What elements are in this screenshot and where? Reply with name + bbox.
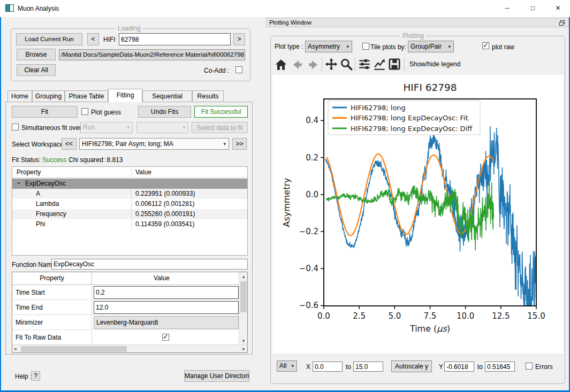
co-add-checkbox[interactable] <box>235 66 242 73</box>
file-path-field[interactable]: /Mantid Docs/SampleData-Muon2/Reference … <box>59 49 245 60</box>
plotting-window-titlebar[interactable]: Plotting Window <box>266 18 569 27</box>
select-data-to-fit-button[interactable]: Select data to fit <box>192 122 248 133</box>
tab-phase-table[interactable]: Phase Table <box>65 90 108 102</box>
scroll-up-icon[interactable]: ▴ <box>239 274 248 279</box>
home-icon[interactable] <box>274 58 288 72</box>
pan-icon[interactable] <box>324 57 338 71</box>
simultaneous-fit-checkbox[interactable] <box>12 124 19 130</box>
asymmetry-plot[interactable]: 0.02.55.07.510.012.515.00.40.20.0−0.2−0.… <box>272 75 564 353</box>
show-hide-legend-button[interactable]: Show/hide legend <box>409 60 460 68</box>
svg-text:12.5: 12.5 <box>492 311 510 321</box>
maximize-button[interactable]: □ <box>521 0 545 17</box>
zoom-icon[interactable] <box>339 57 353 71</box>
tile-plots-dropdown[interactable]: Group/Pair▾ <box>408 41 454 52</box>
customize-plot-icon[interactable] <box>373 57 386 71</box>
param-name: Phi <box>36 220 45 228</box>
autoscale-y-button[interactable]: Autoscale y <box>391 360 432 372</box>
function-name-input[interactable] <box>51 259 248 270</box>
fit-button[interactable]: Fit <box>12 106 78 118</box>
scrollbar-thumb[interactable] <box>21 346 127 352</box>
param-row[interactable]: Phi 0.114359 (0.003541) <box>12 219 247 229</box>
x-max-input[interactable] <box>353 362 383 372</box>
time-start-input[interactable] <box>94 286 239 299</box>
param-row[interactable]: Frequency 0.255260 (0.000191) <box>12 209 247 219</box>
run-number-input[interactable] <box>119 33 231 45</box>
horizontal-scrollbar[interactable]: ◂ ▸ <box>12 344 247 352</box>
close-icon: ✕ <box>555 4 560 12</box>
setting-name: Time Start <box>16 289 45 296</box>
function-group-label: ExpDecayOsc <box>25 180 66 187</box>
plot-raw-label: plot raw <box>492 43 514 51</box>
tab-results[interactable]: Results <box>192 90 224 102</box>
float-window-icon[interactable] <box>559 20 565 26</box>
back-icon[interactable] <box>290 58 304 72</box>
x-min-input[interactable] <box>313 362 343 372</box>
window-border-left <box>0 17 1 392</box>
scrollbar-thumb[interactable] <box>240 281 247 312</box>
fit-successful-button[interactable]: Fit Successful <box>194 106 248 118</box>
browse-button[interactable]: Browse <box>17 49 56 60</box>
manage-user-directories-button[interactable]: Manage User Directories <box>184 370 249 382</box>
plot-guess-checkbox[interactable] <box>81 108 88 115</box>
fit-settings-table: Property Value Time Start Time End Minim… <box>12 272 248 353</box>
figure-canvas[interactable]: 0.02.55.07.510.012.515.00.40.20.0−0.2−0.… <box>272 75 564 353</box>
plot-raw-checkbox[interactable]: ✓ <box>482 42 489 49</box>
function-group-row[interactable]: ⌄ ExpDecayOsc <box>12 179 247 189</box>
param-name: Frequency <box>36 210 66 218</box>
subplots-config-icon[interactable] <box>358 57 371 71</box>
tab-sequential-fitting[interactable]: Sequential Fitting <box>142 90 192 102</box>
next-run-button[interactable]: > <box>233 33 245 45</box>
svg-text:−0.4: −0.4 <box>299 264 318 273</box>
param-name: A <box>36 190 40 197</box>
prev-run-button[interactable]: < <box>87 33 99 45</box>
svg-text:0.0: 0.0 <box>306 190 318 199</box>
plot-select-dropdown[interactable]: All▾ <box>277 360 297 372</box>
clear-all-button[interactable]: Clear All <box>17 64 56 76</box>
scroll-down-icon[interactable]: ▾ <box>239 338 248 343</box>
forward-icon[interactable] <box>307 58 321 72</box>
chevron-down-icon[interactable]: ⌄ <box>16 178 21 186</box>
scroll-right-icon[interactable]: ▸ <box>242 346 245 351</box>
minimizer-dropdown[interactable]: Levenberg-Marquardt <box>94 316 239 329</box>
tab-fitting[interactable]: Fitting <box>108 89 142 102</box>
tab-grouping[interactable]: Grouping <box>32 90 65 102</box>
load-current-run-button[interactable]: Load Current Run <box>16 33 82 45</box>
param-value: 0.255260 (0.000191) <box>135 210 195 218</box>
vertical-scrollbar[interactable]: ▴ ▾ <box>239 272 247 345</box>
y-max-input[interactable] <box>485 362 515 372</box>
tile-plots-checkbox[interactable] <box>362 43 369 50</box>
svg-text:HIFI 62798: HIFI 62798 <box>403 82 457 93</box>
workspace-dropdown[interactable]: HIFI62798; Pair Asym; long; MA▾ <box>79 138 229 150</box>
settings-row-minimizer: Minimizer Levenberg-Marquardt <box>12 315 247 330</box>
help-button[interactable]: ? <box>31 371 40 381</box>
simultaneous-value-dropdown[interactable]: ▾ <box>136 122 188 133</box>
workspace-next-button[interactable]: >> <box>232 138 247 150</box>
undo-fits-button[interactable]: Undo Fits <box>138 106 191 118</box>
simultaneous-fit-label: Simultaneous fit over <box>21 124 81 132</box>
close-button[interactable]: ✕ <box>546 0 570 17</box>
scroll-left-icon[interactable]: ◂ <box>14 346 17 351</box>
time-end-input[interactable] <box>94 301 239 314</box>
minimize-icon: ─ <box>505 4 510 12</box>
tab-home[interactable]: Home <box>7 90 32 102</box>
column-header-property: Property <box>17 168 41 176</box>
parameter-table: Property Value ⌄ ExpDecayOsc A 0.223951 … <box>12 166 248 256</box>
svg-text:−0.6: −0.6 <box>299 301 318 310</box>
param-row[interactable]: Lambda 0.006112 (0.001281) <box>12 199 247 209</box>
y-min-input[interactable] <box>444 362 474 372</box>
param-row[interactable]: A 0.223951 (0.000933) <box>12 189 247 199</box>
errors-checkbox[interactable] <box>526 363 533 370</box>
simultaneous-run-dropdown[interactable]: Run▾ <box>80 122 133 133</box>
fit-to-raw-checkbox[interactable]: ✓ <box>162 334 169 341</box>
window-titlebar[interactable]: Muon Analysis <box>0 0 570 17</box>
plotting-window-title: Plotting Window <box>269 19 311 26</box>
check-icon: ✓ <box>163 333 169 341</box>
plot-type-dropdown[interactable]: Asymmetry▾ <box>305 41 352 52</box>
minimize-button[interactable]: ─ <box>495 0 519 17</box>
y-to-label: to <box>477 363 483 371</box>
settings-row-fit-to-raw: Fit To Raw Data ✓ <box>12 330 247 345</box>
workspace-prev-button[interactable]: << <box>62 138 77 150</box>
settings-row-time-start: Time Start <box>12 285 247 300</box>
save-icon[interactable] <box>387 57 401 71</box>
dropdown-arrow-icon: ▾ <box>448 41 451 52</box>
